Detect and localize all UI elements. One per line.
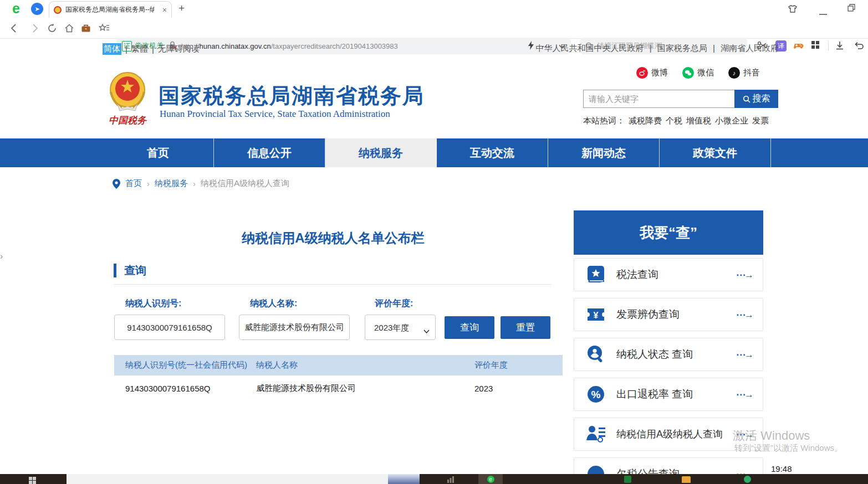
sidebar-item-invoice-verify[interactable]: ¥ 发票辨伪查询 ⋯→	[574, 298, 763, 331]
download-icon[interactable]	[835, 40, 846, 52]
side-panel-handle[interactable]: ›	[0, 249, 6, 264]
nav-menu: 首页 信息公开 纳税服务 互动交流 新闻动态 政策文件	[103, 138, 771, 167]
query-button[interactable]: 查询	[445, 316, 494, 339]
language-bar: 简体 | 繁體 | 无障碍阅读	[103, 43, 200, 55]
site-search-input[interactable]	[583, 90, 734, 108]
sidebar-item-label: 税法查询	[616, 267, 658, 282]
arrow-icon: ⋯→	[736, 389, 753, 400]
nav-item-policy[interactable]: 政策文件	[660, 138, 771, 167]
col-header-id: 纳税人识别号(统一社会信用代码)	[114, 360, 256, 370]
briefcase-icon[interactable]	[80, 23, 91, 34]
sidebar-item-tax-law-query[interactable]: 税法查询 ⋯→	[574, 258, 763, 291]
divider: |	[650, 43, 652, 53]
reset-button[interactable]: 重置	[501, 316, 550, 339]
hot-word[interactable]: 增值税	[686, 116, 711, 126]
gov-link-sta[interactable]: 国家税务总局	[657, 43, 707, 53]
breadcrumb-home[interactable]: 首页	[125, 178, 142, 189]
windows-taskbar: e	[0, 474, 868, 484]
douyin-link[interactable]: ♪ 抖音	[728, 67, 760, 79]
social-links: 微博 微信 ♪ 抖音	[636, 67, 760, 79]
douyin-label: 抖音	[743, 68, 760, 78]
sidebar-item-label: 纳税人状态 查询	[616, 347, 693, 362]
douyin-icon: ♪	[728, 67, 740, 79]
tab-close-icon[interactable]: ×	[162, 6, 167, 14]
arrow-icon: ⋯→	[736, 309, 753, 321]
site-title: 国家税务总局湖南省税务局	[159, 82, 425, 110]
favorites-icon[interactable]	[99, 23, 110, 34]
sidebar-item-taxpayer-status[interactable]: 纳税人状态 查询 ⋯→	[574, 338, 763, 371]
svg-text:%: %	[591, 389, 601, 400]
wechat-label: 微信	[697, 68, 714, 78]
taskbar-search-box[interactable]	[67, 474, 420, 484]
start-button-icon[interactable]	[29, 476, 36, 483]
lang-traditional[interactable]: 繁體	[131, 44, 148, 54]
hot-word[interactable]: 个税	[666, 116, 682, 126]
taxpayer-id-label: 纳税人识别号:	[125, 298, 181, 310]
taskbar-wechat-icon[interactable]	[744, 474, 753, 484]
hot-words: 本站热词： 减税降费 个税 增值税 小微企业 发票	[583, 116, 769, 126]
browser-account-icon[interactable]: ➤	[31, 3, 43, 15]
games-icon[interactable]	[793, 40, 804, 52]
divider: |	[152, 44, 154, 54]
section-title: 查询	[124, 263, 146, 278]
new-tab-button[interactable]: +	[178, 2, 185, 14]
hot-word[interactable]: 小微企业	[715, 116, 748, 126]
browser-tab[interactable]: 国家税务总局湖南省税务局--纳 ×	[49, 1, 172, 18]
sidebar-item-label: 纳税信用A级纳税人查询	[616, 428, 723, 441]
home-icon[interactable]	[64, 23, 75, 34]
eval-year-label: 评价年度:	[375, 298, 413, 310]
sidebar-item-export-rebate[interactable]: % 出口退税率 查询 ⋯→	[574, 378, 763, 411]
weibo-link[interactable]: 微博	[636, 67, 668, 79]
person-search-icon	[585, 344, 606, 365]
eval-year-select[interactable]: 2023年度	[365, 315, 435, 339]
taskbar-browser-icon-active[interactable]: e	[478, 474, 503, 484]
minimize-icon[interactable]	[819, 8, 827, 18]
taxpayer-name-input[interactable]	[239, 315, 350, 340]
nav-item-home[interactable]: 首页	[103, 138, 214, 167]
nav-item-tax-service[interactable]: 纳税服务	[325, 138, 437, 167]
nav-item-news[interactable]: 新闻动态	[548, 138, 660, 167]
section-accent-bar	[114, 264, 116, 277]
taxpayer-name-label: 纳税人名称:	[250, 298, 297, 310]
hot-word[interactable]: 减税降费	[629, 116, 662, 126]
book-icon	[585, 264, 606, 285]
url-path: /taxpayercreditsearch/20190413003983	[271, 42, 398, 50]
cell-taxpayer-id: 91430300079161658Q	[114, 384, 256, 393]
breadcrumb-tax-service[interactable]: 纳税服务	[155, 178, 188, 189]
windows-activation-watermark: 激活 Windows	[733, 428, 810, 444]
svg-text:¥: ¥	[594, 311, 599, 320]
tab-favicon	[54, 6, 62, 14]
taskbar-folder-icon[interactable]	[682, 474, 692, 484]
site-subtitle: Hunan Provincial Tax Service, State Taxa…	[160, 109, 390, 120]
nav-item-interaction[interactable]: 互动交流	[437, 138, 548, 167]
gov-link-central[interactable]: 中华人民共和国中央人民政府	[536, 43, 644, 53]
section-divider	[114, 284, 552, 285]
site-search-button[interactable]: 搜索	[734, 90, 778, 108]
search-button-label: 搜索	[753, 93, 770, 105]
forward-icon[interactable]	[29, 23, 40, 34]
browser-logo-icon[interactable]: e	[9, 1, 23, 16]
apps-grid-icon[interactable]	[811, 40, 822, 52]
taskbar-app-icon[interactable]	[624, 474, 633, 484]
taskbar-app-icon[interactable]	[447, 474, 456, 484]
refresh-icon[interactable]	[47, 23, 58, 34]
undo-icon[interactable]	[854, 40, 865, 52]
sidebar-item-label: 出口退税率 查询	[616, 387, 693, 401]
site-search: 搜索	[583, 90, 778, 108]
accessibility-link[interactable]: 无障碍阅读	[158, 44, 200, 54]
wechat-link[interactable]: 微信	[682, 67, 714, 79]
taskbar-clock: 19:48	[771, 464, 792, 473]
nav-item-info[interactable]: 信息公开	[214, 138, 325, 167]
wechat-icon	[682, 67, 694, 79]
hot-words-label: 本站热词：	[583, 116, 625, 126]
restore-icon[interactable]	[847, 3, 856, 14]
hot-word[interactable]: 发票	[752, 116, 769, 126]
skin-icon[interactable]	[787, 3, 798, 17]
arrow-icon: ⋯→	[736, 349, 753, 361]
table-row[interactable]: 91430300079161658Q 威胜能源技术股份有限公司 2023	[114, 375, 563, 401]
tax-emblem-logo: 中国税务	[105, 70, 150, 126]
gov-link-hunan[interactable]: 湖南省人民政府	[721, 43, 779, 53]
lang-simplified[interactable]: 简体	[103, 43, 121, 55]
taxpayer-id-input[interactable]	[114, 315, 225, 340]
back-icon[interactable]	[9, 23, 20, 34]
